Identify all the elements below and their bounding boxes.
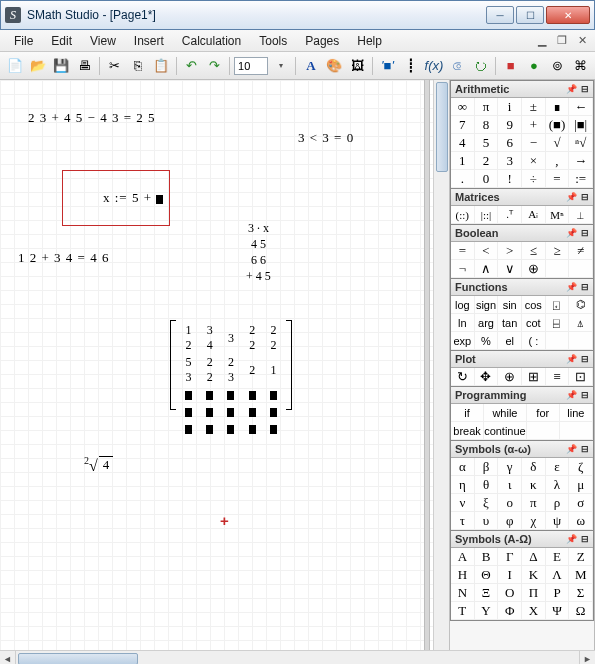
- font-dropdown-icon[interactable]: ▾: [270, 55, 291, 77]
- palette-button[interactable]: =: [546, 170, 570, 188]
- palette-button[interactable]: Τ: [451, 602, 475, 620]
- palette-button[interactable]: Mⁿ: [546, 206, 570, 224]
- palette-button[interactable]: π: [522, 494, 546, 512]
- palette-button[interactable]: Κ: [522, 566, 546, 584]
- palette-button[interactable]: while: [484, 404, 527, 422]
- palette-button[interactable]: 5: [475, 134, 499, 152]
- palette-button[interactable]: λ: [546, 476, 570, 494]
- palette-button[interactable]: Λ: [546, 566, 570, 584]
- palette-button[interactable]: −: [522, 134, 546, 152]
- palette-button[interactable]: →: [569, 152, 593, 170]
- palette-button[interactable]: 0: [475, 170, 499, 188]
- palette-button[interactable]: ✥: [475, 368, 499, 386]
- matrix-expression[interactable]: 1 23 432 22 25 32 22 321: [170, 320, 292, 410]
- palette-button[interactable]: =: [451, 242, 475, 260]
- palette-button[interactable]: ⟂: [569, 206, 593, 224]
- palette-button[interactable]: (::): [451, 206, 475, 224]
- palette-button[interactable]: ±: [522, 98, 546, 116]
- palette-button[interactable]: ∎: [546, 98, 570, 116]
- palette-button[interactable]: >: [498, 242, 522, 260]
- record-icon[interactable]: ●: [523, 55, 544, 77]
- unit-icon[interactable]: '■': [377, 55, 398, 77]
- palette-button[interactable]: !: [498, 170, 522, 188]
- collapse-icon[interactable]: ⊟: [581, 390, 589, 400]
- column-expression[interactable]: 3 · x 4 5 6 6 + 4 5: [246, 220, 271, 284]
- palette-button[interactable]: ⌺: [546, 296, 570, 314]
- palette-button[interactable]: χ: [522, 512, 546, 530]
- palette-button[interactable]: δ: [522, 458, 546, 476]
- palette-button[interactable]: √: [546, 134, 570, 152]
- print-icon[interactable]: 🖶: [74, 55, 95, 77]
- pin-icon[interactable]: 📌: [566, 444, 577, 454]
- collapse-icon[interactable]: ⊟: [581, 228, 589, 238]
- menu-insert[interactable]: Insert: [126, 32, 172, 50]
- palette-button[interactable]: Δ: [522, 548, 546, 566]
- mdi-close-icon[interactable]: ✕: [575, 34, 589, 48]
- palette-button[interactable]: φ: [498, 512, 522, 530]
- palette-button[interactable]: el: [498, 332, 522, 350]
- pin-icon[interactable]: 📌: [566, 192, 577, 202]
- palette-button[interactable]: ⊕: [498, 368, 522, 386]
- palette-button[interactable]: ( :: [522, 332, 546, 350]
- palette-button[interactable]: ×: [522, 152, 546, 170]
- panel-header[interactable]: Boolean📌⊟: [451, 225, 593, 242]
- menu-view[interactable]: View: [82, 32, 124, 50]
- palette-button[interactable]: for: [527, 404, 560, 422]
- palette-button[interactable]: α: [451, 458, 475, 476]
- palette-button[interactable]: Α: [451, 548, 475, 566]
- palette-button[interactable]: Ω: [569, 602, 593, 620]
- palette-button[interactable]: (■): [546, 116, 570, 134]
- cut-icon[interactable]: ✂: [104, 55, 125, 77]
- palette-button[interactable]: ι: [498, 476, 522, 494]
- palette-button[interactable]: ↻: [451, 368, 475, 386]
- palette-button[interactable]: Ρ: [546, 584, 570, 602]
- palette-button[interactable]: ¬: [451, 260, 475, 278]
- palette-button[interactable]: 1: [451, 152, 475, 170]
- palette-button[interactable]: β: [475, 458, 499, 476]
- expression-2[interactable]: 3 < 3 = 0: [298, 130, 354, 146]
- redo-icon[interactable]: ↷: [204, 55, 225, 77]
- scroll-right-icon[interactable]: ►: [579, 651, 595, 664]
- menu-calculation[interactable]: Calculation: [174, 32, 249, 50]
- palette-button[interactable]: Ψ: [546, 602, 570, 620]
- palette-button[interactable]: ∨: [498, 260, 522, 278]
- palette-button[interactable]: |::|: [475, 206, 499, 224]
- panel-header[interactable]: Plot📌⊟: [451, 351, 593, 368]
- palette-button[interactable]: Β: [475, 548, 499, 566]
- palette-button[interactable]: ν: [451, 494, 475, 512]
- palette-button[interactable]: ⁿ√: [569, 134, 593, 152]
- palette-button[interactable]: +: [522, 116, 546, 134]
- palette-button[interactable]: π: [475, 98, 499, 116]
- palette-button[interactable]: Ν: [451, 584, 475, 602]
- stop-icon[interactable]: ■: [500, 55, 521, 77]
- palette-button[interactable]: 8: [475, 116, 499, 134]
- collapse-icon[interactable]: ⊟: [581, 534, 589, 544]
- palette-button[interactable]: |■|: [569, 116, 593, 134]
- palette-button[interactable]: Σ: [569, 584, 593, 602]
- palette-button[interactable]: ⍋: [569, 314, 593, 332]
- palette-button[interactable]: Μ: [569, 566, 593, 584]
- palette-button[interactable]: cot: [522, 314, 546, 332]
- save-icon[interactable]: 💾: [50, 55, 71, 77]
- palette-button[interactable]: ÷: [522, 170, 546, 188]
- pin-icon[interactable]: 📌: [566, 354, 577, 364]
- new-icon[interactable]: 📄: [4, 55, 25, 77]
- open-icon[interactable]: 📂: [27, 55, 48, 77]
- palette-button[interactable]: ⌬: [569, 296, 593, 314]
- palette-button[interactable]: Υ: [475, 602, 499, 620]
- menu-file[interactable]: File: [6, 32, 41, 50]
- panel-header[interactable]: Arithmetic📌⊟: [451, 81, 593, 98]
- text-color-icon[interactable]: A: [300, 55, 321, 77]
- undo-icon[interactable]: ↶: [181, 55, 202, 77]
- vertical-scrollbar[interactable]: [433, 80, 449, 650]
- collapse-icon[interactable]: ⊟: [581, 282, 589, 292]
- extensions-icon[interactable]: ⌘: [570, 55, 591, 77]
- palette-button[interactable]: ο: [498, 494, 522, 512]
- palette-button[interactable]: 9: [498, 116, 522, 134]
- palette-button[interactable]: ←: [569, 98, 593, 116]
- palette-button[interactable]: Ε: [546, 548, 570, 566]
- panel-header[interactable]: Matrices📌⊟: [451, 189, 593, 206]
- palette-button[interactable]: σ: [569, 494, 593, 512]
- palette-button[interactable]: arg: [475, 314, 499, 332]
- menu-pages[interactable]: Pages: [297, 32, 347, 50]
